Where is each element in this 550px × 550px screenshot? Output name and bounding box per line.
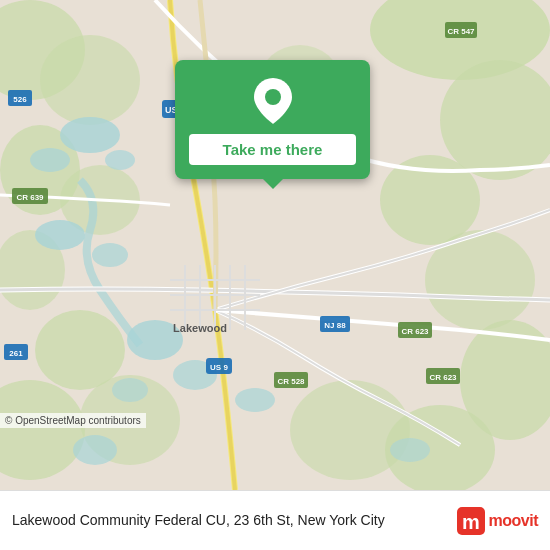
svg-text:CR 639: CR 639 [16, 193, 44, 202]
svg-text:m: m [462, 511, 480, 533]
map-container: US 9 CR 547 526 CR 639 Lakewood NJ 88 US… [0, 0, 550, 490]
location-pin-icon [254, 78, 292, 124]
svg-point-20 [35, 220, 85, 250]
moovit-wordmark: moovit [489, 512, 538, 530]
attribution-text: © OpenStreetMap contributors [5, 415, 141, 426]
svg-point-11 [35, 310, 125, 390]
moovit-logo: m moovit [457, 507, 538, 535]
svg-point-27 [390, 438, 430, 462]
svg-text:US 9: US 9 [210, 363, 228, 372]
svg-text:NJ 88: NJ 88 [324, 321, 346, 330]
svg-point-19 [105, 150, 135, 170]
take-me-there-button[interactable]: Take me there [189, 134, 356, 165]
svg-text:CR 623: CR 623 [429, 373, 457, 382]
svg-text:526: 526 [13, 95, 27, 104]
location-description: Lakewood Community Federal CU, 23 6th St… [12, 511, 457, 529]
svg-text:CR 623: CR 623 [401, 327, 429, 336]
svg-point-21 [92, 243, 128, 267]
svg-point-24 [112, 378, 148, 402]
svg-text:261: 261 [9, 349, 23, 358]
svg-point-17 [60, 117, 120, 153]
svg-point-7 [40, 35, 140, 125]
bottom-bar: Lakewood Community Federal CU, 23 6th St… [0, 490, 550, 550]
svg-point-18 [30, 148, 70, 172]
location-name-text: Lakewood Community Federal CU, 23 6th St… [12, 512, 385, 528]
moovit-m-icon: m [457, 507, 485, 535]
location-popup: Take me there [175, 60, 370, 179]
svg-text:CR 547: CR 547 [447, 27, 475, 36]
svg-text:Lakewood: Lakewood [173, 322, 227, 334]
osm-attribution: © OpenStreetMap contributors [0, 413, 146, 428]
svg-point-25 [235, 388, 275, 412]
svg-point-49 [265, 89, 281, 105]
svg-text:CR 528: CR 528 [277, 377, 305, 386]
svg-point-26 [73, 435, 117, 465]
